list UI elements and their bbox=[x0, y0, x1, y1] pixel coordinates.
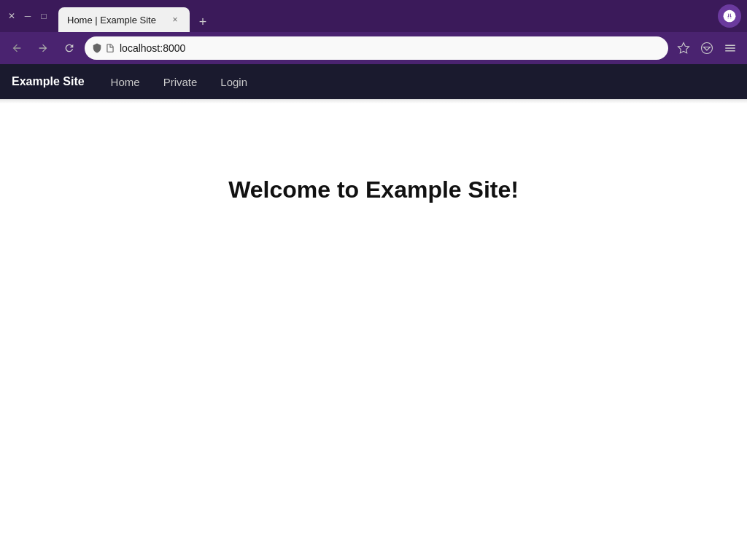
svg-marker-2 bbox=[678, 43, 689, 53]
reload-button[interactable] bbox=[58, 37, 80, 59]
tab-bar: Home | Example Site × + bbox=[58, 0, 715, 32]
welcome-heading: Welcome to Example Site! bbox=[228, 176, 519, 203]
favorite-button[interactable] bbox=[673, 37, 694, 59]
pocket-button[interactable] bbox=[696, 37, 718, 59]
toolbar-right bbox=[673, 37, 741, 59]
address-security-icons bbox=[92, 43, 115, 53]
site-navbar: Example Site Home Private Login bbox=[0, 64, 747, 99]
new-tab-button[interactable]: + bbox=[193, 12, 213, 32]
browser-titlebar: ✕ ─ □ Home | Example Site × + bbox=[0, 0, 747, 32]
nav-link-home[interactable]: Home bbox=[99, 76, 152, 88]
address-port: :8000 bbox=[160, 42, 185, 54]
nav-link-login[interactable]: Login bbox=[209, 76, 259, 88]
maximize-window-button[interactable]: □ bbox=[38, 10, 50, 22]
active-tab[interactable]: Home | Example Site × bbox=[58, 7, 190, 32]
svg-point-1 bbox=[731, 13, 734, 17]
page-content: Welcome to Example Site! bbox=[0, 104, 747, 560]
mask-icon bbox=[718, 4, 741, 28]
close-window-button[interactable]: ✕ bbox=[6, 10, 18, 22]
site-brand: Example Site bbox=[12, 75, 85, 88]
nav-link-private[interactable]: Private bbox=[152, 76, 209, 88]
browser-toolbar: localhost:8000 bbox=[0, 32, 747, 64]
menu-button[interactable] bbox=[719, 37, 741, 59]
tab-title: Home | Example Site bbox=[67, 15, 163, 26]
minimize-window-button[interactable]: ─ bbox=[22, 10, 34, 22]
address-host: localhost bbox=[120, 42, 160, 54]
back-button[interactable] bbox=[6, 37, 28, 59]
svg-point-0 bbox=[725, 13, 728, 17]
tab-close-button[interactable]: × bbox=[169, 14, 181, 26]
address-text: localhost:8000 bbox=[120, 42, 661, 54]
window-controls: ✕ ─ □ bbox=[6, 10, 50, 22]
forward-button[interactable] bbox=[32, 37, 54, 59]
address-bar[interactable]: localhost:8000 bbox=[85, 36, 668, 60]
